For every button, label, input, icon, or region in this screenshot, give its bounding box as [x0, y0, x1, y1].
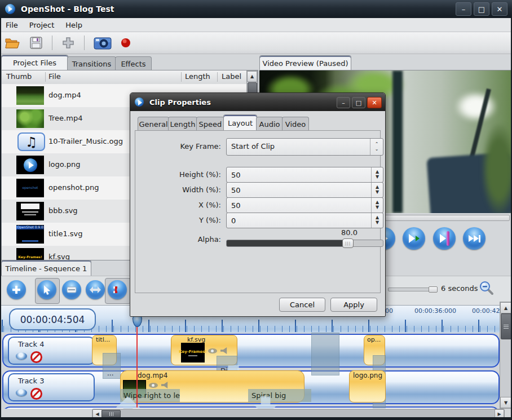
razor-tool-button[interactable] — [62, 280, 81, 299]
resize-tool-button[interactable] — [86, 280, 105, 299]
width-label: Width (%): — [147, 185, 221, 194]
select-tool-button[interactable] — [37, 280, 56, 299]
image-thumbnail: OpenShot 0.9.0 — [16, 225, 44, 244]
transition-label: ... — [107, 369, 113, 377]
tab-video-preview[interactable]: Video Preview (Paused) — [259, 55, 351, 70]
dialog-tab-general[interactable]: General — [138, 117, 169, 131]
title-bar: OpenShot - Blog Test – □ ✕ — [0, 0, 512, 18]
thumb-line — [22, 240, 38, 242]
grip — [113, 412, 113, 416]
width-input[interactable] — [227, 183, 372, 197]
thumb-text: openshot — [23, 186, 38, 190]
combo-arrows-icon[interactable]: ⌃⌄ — [370, 139, 383, 155]
play-forward-button[interactable] — [403, 227, 425, 250]
eye-icon[interactable] — [16, 389, 27, 396]
tab-label: Video — [285, 120, 306, 129]
add-file-icon[interactable] — [61, 36, 75, 50]
white-dog — [456, 92, 496, 121]
scroll-down-icon[interactable]: ▼ — [500, 397, 511, 408]
spinner-arrows-icon[interactable]: ▲▼ — [371, 198, 383, 213]
x-label: X (%): — [147, 201, 221, 209]
close-icon[interactable]: ✕ — [492, 2, 507, 16]
transition-block[interactable] — [311, 333, 339, 375]
mute-icon[interactable] — [30, 388, 42, 400]
pause-button[interactable] — [433, 227, 456, 250]
y-label: Y (%): — [147, 216, 221, 224]
thumb-text: OpenShot 0.9.0 — [16, 226, 44, 229]
zoom-out-icon[interactable] — [479, 281, 494, 297]
dialog-title-bar[interactable]: Clip Properties – □ ✕ — [130, 93, 385, 111]
snapshot-icon[interactable] — [94, 36, 112, 50]
col-file[interactable]: File — [48, 72, 61, 81]
menu-file[interactable]: File — [0, 20, 24, 30]
key-frame-select[interactable]: Start of Clip ⌃⌄ — [226, 138, 383, 156]
menu-help[interactable]: Help — [60, 20, 88, 30]
clip-logo[interactable]: logo.png — [349, 370, 386, 403]
tab-label: Audio — [259, 120, 280, 129]
y-spinbox[interactable]: ▲▼ — [226, 213, 383, 228]
dialog-tab-length[interactable]: Length — [168, 117, 197, 131]
dialog-close-icon[interactable]: ✕ — [367, 97, 382, 108]
cancel-button[interactable]: Cancel — [279, 298, 325, 312]
col-length[interactable]: Length — [185, 72, 210, 81]
menu-project[interactable]: Project — [24, 20, 60, 30]
mute-icon[interactable] — [30, 351, 42, 363]
thumb-text: Key-Frames! — [18, 255, 42, 259]
eye-icon[interactable] — [16, 352, 27, 360]
transition-block[interactable]: ... — [103, 353, 121, 379]
snap-magnet-button[interactable] — [108, 280, 127, 299]
dialog-maximize-icon[interactable]: □ — [352, 97, 365, 108]
image-thumbnail: openshot — [16, 179, 44, 197]
skip-icon — [474, 235, 479, 242]
dialog-tab-speed[interactable]: Speed — [196, 117, 224, 131]
tab-effects[interactable]: Effects — [115, 56, 152, 70]
tab-transitions[interactable]: Transitions — [67, 56, 116, 70]
height-input[interactable] — [227, 167, 372, 182]
open-project-icon[interactable] — [5, 36, 20, 50]
timeline-vertical-scrollbar[interactable]: ▲ ▼ — [500, 302, 512, 409]
dialog-tab-video[interactable]: Video — [282, 117, 309, 131]
x-spinbox[interactable]: ▲▼ — [226, 197, 383, 213]
chevron-down-icon: ▼ — [376, 175, 379, 180]
table-header: Thumb File Length Label — [2, 70, 258, 85]
col-label[interactable]: Label — [222, 72, 241, 81]
transition-spiral[interactable]: Spiral big — [248, 389, 311, 402]
window-controls: – □ ✕ — [453, 2, 507, 16]
scrollbar-thumb[interactable] — [501, 313, 511, 339]
add-track-button[interactable] — [7, 280, 26, 299]
minimize-icon[interactable]: – — [456, 2, 471, 16]
tab-label: Timeline - Sequence 1 — [6, 264, 87, 273]
tab-label: Layout — [228, 119, 253, 127]
image-thumbnail: Key-Frames! — [16, 248, 44, 260]
maximize-icon[interactable]: □ — [474, 2, 489, 16]
width-spinbox[interactable]: ▲▼ — [226, 182, 383, 198]
zoom-slider[interactable] — [388, 288, 437, 291]
dialog-tab-layout[interactable]: Layout — [223, 114, 257, 131]
tab-label: Project Files — [13, 59, 56, 67]
tab-label: General — [139, 120, 167, 129]
alpha-slider[interactable]: ||| — [226, 240, 383, 247]
zoom-slider-handle[interactable] — [429, 286, 438, 293]
spinner-arrows-icon[interactable]: ▲▼ — [371, 213, 383, 228]
apply-button[interactable]: Apply — [330, 298, 377, 312]
spinner-arrows-icon[interactable]: ▲▼ — [371, 183, 383, 197]
x-input[interactable] — [227, 198, 372, 213]
tab-project-files[interactable]: Project Files — [1, 55, 68, 70]
dialog-minimize-icon[interactable]: – — [337, 97, 350, 108]
scroll-up-icon[interactable]: ▲ — [247, 71, 257, 82]
alpha-slider-handle[interactable]: ||| — [342, 238, 354, 248]
zoom-level-label: 6 seconds — [441, 284, 478, 293]
spinner-arrows-icon[interactable]: ▲▼ — [371, 167, 383, 182]
dialog-title: Clip Properties — [149, 98, 211, 107]
tab-timeline[interactable]: Timeline - Sequence 1 — [1, 260, 91, 276]
scroll-up-icon[interactable]: ▲ — [500, 302, 511, 313]
seek-end-button[interactable] — [463, 227, 485, 250]
main-toolbar — [0, 32, 512, 54]
col-thumb[interactable]: Thumb — [6, 72, 32, 81]
dialog-tab-audio[interactable]: Audio — [256, 117, 283, 131]
y-input[interactable] — [227, 213, 372, 228]
save-project-icon[interactable] — [29, 36, 43, 50]
playhead-line[interactable] — [136, 315, 138, 408]
height-spinbox[interactable]: ▲▼ — [226, 167, 383, 183]
record-icon[interactable] — [121, 38, 131, 48]
